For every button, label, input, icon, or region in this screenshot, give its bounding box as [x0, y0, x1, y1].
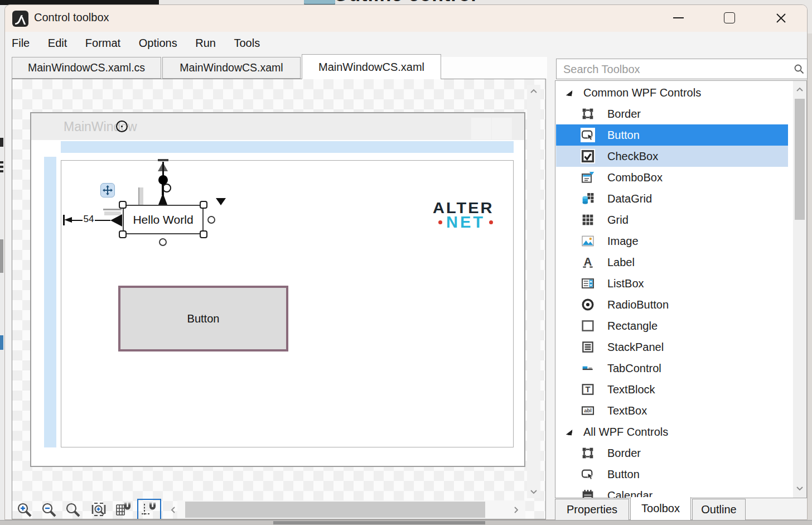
minimize-button[interactable] [665, 8, 691, 28]
menu-run[interactable]: Run [195, 32, 216, 54]
canvas-vertical-scrollbar[interactable] [527, 85, 540, 498]
app-logo-icon [12, 11, 28, 27]
scroll-up-icon[interactable] [795, 85, 804, 94]
close-icon [775, 12, 787, 24]
button-element[interactable]: Button [118, 286, 288, 351]
menu-format[interactable]: Format [85, 32, 120, 54]
expander-collapse-icon[interactable] [566, 89, 572, 96]
move-icon [103, 185, 113, 195]
toolbox-item-label: StackPanel [607, 341, 664, 354]
image-icon [581, 234, 595, 248]
resize-handle-bottom[interactable] [159, 238, 167, 246]
toolbox-item-label[interactable]: A Label [556, 252, 788, 273]
panel-tab-outline[interactable]: Outline [692, 499, 746, 521]
zoom-out-icon [41, 502, 57, 518]
toolbox-item-border[interactable]: Border [556, 103, 788, 124]
zoom-reset-button[interactable] [64, 500, 83, 519]
alternet-logo: ALTER NET [423, 199, 512, 239]
toolbox-item-border-2[interactable]: Border [556, 442, 788, 464]
designed-window[interactable]: MainWindow 54 [30, 112, 525, 467]
background-right-edge [808, 33, 812, 520]
menu-edit[interactable]: Edit [48, 32, 67, 54]
close-button[interactable] [768, 8, 794, 28]
toolbox-item-label: TextBox [607, 404, 647, 417]
toolbox-item-label: TextBlock [607, 383, 655, 396]
toolbox-category-all-wpf-controls[interactable]: All WPF Controls [556, 421, 788, 442]
layout-root-panel[interactable]: 54 [61, 160, 514, 447]
menu-file[interactable]: File [12, 32, 30, 54]
titlebar[interactable]: Control toolbox [5, 5, 807, 32]
anchor-dot-icon[interactable] [158, 175, 168, 185]
panel-tab-toolbox-active[interactable]: Toolbox [630, 497, 691, 521]
background-fragment [0, 239, 3, 273]
grid-rail-horizontal[interactable] [61, 141, 514, 153]
resize-handle-right[interactable] [207, 216, 215, 224]
zoom-in-button[interactable] [15, 500, 34, 519]
resize-handle-bottom-left[interactable] [119, 230, 127, 238]
design-canvas[interactable]: MainWindow 54 [12, 79, 546, 519]
toolbox-item-tabcontrol[interactable]: TabControl [556, 358, 788, 379]
resize-handle-bottom-right[interactable] [200, 230, 207, 238]
zoom-out-button[interactable] [40, 500, 59, 519]
hello-world-textblock[interactable]: Hello World [123, 205, 204, 234]
dimension-arrow-right [110, 214, 122, 227]
scroll-up-icon[interactable] [529, 87, 538, 96]
resize-handle-top-right[interactable] [200, 201, 207, 209]
element-dropdown-arrow[interactable] [216, 198, 226, 205]
menu-options[interactable]: Options [139, 32, 177, 54]
toolbox-search-box[interactable] [556, 59, 808, 79]
snap-to-lines-button[interactable] [139, 500, 158, 519]
horizontal-scroll-thumb[interactable] [185, 502, 485, 518]
grid-rail-vertical[interactable] [44, 157, 56, 447]
toolbox-category-common-wpf-controls[interactable]: Common WPF Controls [556, 82, 788, 103]
editor-tab-xaml-2-active[interactable]: MainWindowCS.xaml [302, 54, 441, 79]
svg-text:T: T [586, 385, 591, 394]
hello-world-text: Hello World [133, 213, 193, 227]
toolbox-scrollbar[interactable] [793, 81, 806, 498]
toolbox-item-rectangle[interactable]: Rectangle [556, 315, 788, 336]
toolbox-item-textblock[interactable]: T TextBlock [556, 379, 788, 400]
menu-tools[interactable]: Tools [234, 32, 260, 54]
toolbox-item-combobox[interactable]: ComboBox [556, 167, 788, 188]
toolbox-item-label: TabControl [607, 362, 661, 375]
resize-handle-top-left[interactable] [119, 201, 127, 209]
maximize-button[interactable] [717, 8, 742, 28]
snap-to-grid-icon [114, 500, 132, 518]
toolbox-item-checkbox[interactable]: CheckBox [556, 146, 788, 167]
search-icon[interactable] [793, 63, 805, 75]
designed-window-ghost-button [492, 118, 512, 139]
toolbox-item-image[interactable]: Image [556, 230, 788, 252]
minimize-icon [673, 17, 684, 18]
app-window: Control toolbox File Edit Format Options… [4, 4, 808, 520]
editor-tab-xaml-1[interactable]: MainWindowCS.xaml [162, 57, 301, 79]
expander-collapse-icon[interactable] [566, 428, 572, 435]
move-handle[interactable] [100, 183, 115, 198]
scroll-down-icon[interactable] [795, 484, 804, 493]
toolbox-scroll-thumb[interactable] [795, 99, 805, 220]
toolbox-item-grid[interactable]: Grid [556, 209, 788, 230]
snap-to-grid-button[interactable] [114, 500, 133, 519]
toolbox-tree: Common WPF Controls Border Button CheckB… [555, 80, 807, 498]
toolbox-item-datagrid[interactable]: DataGrid [556, 188, 788, 209]
dimension-line [70, 220, 83, 221]
toolbox-item-radiobutton[interactable]: RadioButton [556, 294, 788, 315]
screen: Outline control Control toolbox File Edi [0, 0, 812, 525]
toolbox-item-button-selected[interactable]: Button [556, 124, 788, 146]
background-fragment [0, 161, 3, 163]
toolbox-item-label: ComboBox [607, 171, 663, 184]
search-input[interactable] [562, 60, 782, 78]
toolbox-item-calendar[interactable]: Calendar [556, 485, 788, 498]
toolbox-item-listbox[interactable]: ListBox [556, 273, 788, 294]
snap-guide [138, 187, 143, 206]
panel-tab-properties[interactable]: Properties [555, 499, 629, 521]
category-label: Common WPF Controls [583, 86, 701, 99]
scroll-right-icon[interactable] [511, 505, 520, 514]
toolbox-item-button-2[interactable]: Button [556, 464, 788, 485]
scroll-down-icon[interactable] [529, 487, 538, 496]
toolbox-item-textbox[interactable]: abl TextBox [556, 400, 788, 421]
cursor-position-icon [116, 121, 128, 132]
scroll-left-icon[interactable] [169, 505, 178, 514]
editor-tab-xaml-cs[interactable]: MainWindowCS.xaml.cs [12, 57, 161, 79]
zoom-to-fit-button[interactable] [89, 500, 108, 519]
toolbox-item-stackpanel[interactable]: StackPanel [556, 336, 788, 358]
